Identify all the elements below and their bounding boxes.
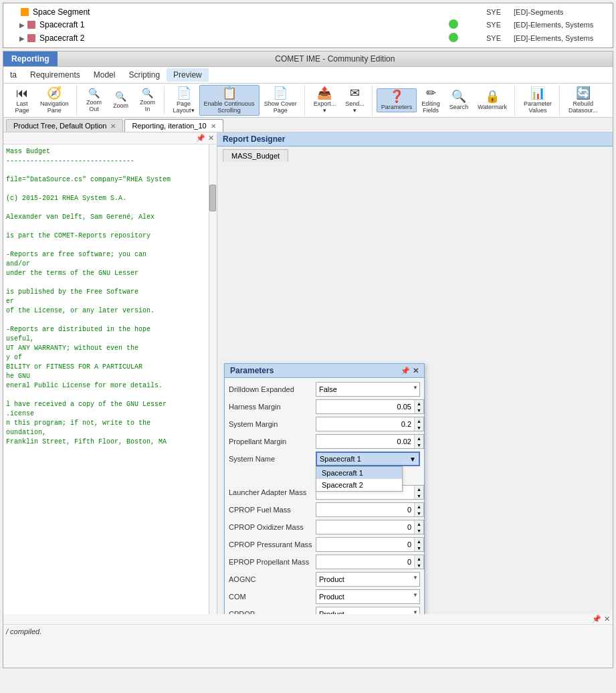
cprop-pressurant-spin-down[interactable]: ▼ (415, 544, 423, 551)
propellant-margin-input[interactable] (316, 437, 414, 446)
parameters-dialog: Parameters 📌 ✕ Drilldown Expanded False … (224, 363, 425, 614)
content-line: -Reports are distributed in the hope (6, 325, 206, 334)
zoom-in-button[interactable]: 🔍 ZoomIn (134, 86, 161, 114)
system-name-dropdown: Spacecraft 1 Spacecraft 2 (316, 466, 403, 492)
report-designer-header: Report Designer (217, 132, 613, 146)
tab-reporting[interactable]: Reporting, iteration_10 ✕ (124, 119, 223, 132)
aognc-select[interactable]: Product (316, 572, 420, 587)
export-button[interactable]: 📤 Export...▾ (309, 85, 341, 116)
menu-item-model[interactable]: Model (87, 68, 122, 82)
search-button[interactable]: 🔍 Search (445, 88, 474, 112)
cprop-fuel-mass-input[interactable] (316, 505, 414, 514)
show-cover-icon: 📄 (273, 87, 288, 99)
zoom-button[interactable]: 🔍 Zoom (108, 90, 134, 111)
zoom-icon: 🔍 (115, 92, 126, 101)
bottom-close-icon[interactable]: ✕ (604, 615, 610, 623)
harness-spin-down[interactable]: ▼ (415, 407, 423, 413)
last-page-button[interactable]: ⏮ LastPage (9, 85, 35, 116)
parameter-values-button[interactable]: 📊 ParameterValues (519, 85, 556, 116)
dropdown-item-spacecraft2[interactable]: Spacecraft 2 (316, 479, 402, 491)
pin-icon[interactable]: 📌 (196, 134, 205, 142)
cprop-pressurant-mass-input[interactable] (316, 540, 414, 549)
tab-bar: Product Tree, Default Option ✕ Reporting… (3, 118, 613, 132)
system-margin-input[interactable] (316, 419, 414, 429)
parameters-icon: ❓ (389, 90, 404, 102)
com-select[interactable]: Product (316, 589, 420, 604)
menu-item-ta[interactable]: ta (3, 68, 23, 82)
rebuild-datasource-button[interactable]: 🔄 RebuildDatasour... (564, 85, 603, 116)
last-page-icon: ⏮ (16, 87, 28, 99)
system-margin-spin-up[interactable]: ▲ (415, 417, 423, 424)
eprop-propellant-mass-input[interactable] (316, 557, 414, 567)
tree-row[interactable]: ▶ Spacecraft 1 SYE [ED]-Elements, System… (9, 18, 607, 31)
menu-item-scripting[interactable]: Scripting (122, 68, 167, 82)
cprop-oxidizer-spin-up[interactable]: ▲ (415, 520, 423, 527)
cprop-fuel-spin-up[interactable]: ▲ (415, 503, 423, 510)
show-cover-page-button[interactable]: 📄 Show CoverPage (260, 85, 302, 116)
spacecraft-icon (26, 20, 37, 29)
content-line: Alexander van Delft, Sam Gerené, Alex (6, 213, 206, 222)
eprop-spin: ▲ ▼ (316, 555, 424, 569)
menu-item-requirements[interactable]: Requirements (23, 68, 87, 82)
params-pin-icon[interactable]: 📌 (401, 367, 410, 375)
params-close-icon[interactable]: ✕ (413, 367, 419, 375)
tab-product-tree[interactable]: Product Tree, Default Option ✕ (6, 119, 123, 132)
eprop-spin-up[interactable]: ▲ (415, 555, 423, 562)
toolbar-group-zoom: 🔍 ZoomOut 🔍 Zoom 🔍 ZoomIn (78, 86, 165, 114)
bottom-pin-icon[interactable]: 📌 (592, 615, 601, 623)
params-dialog-header: Parameters 📌 ✕ (225, 364, 424, 378)
launcher-spin-up[interactable]: ▲ (415, 486, 423, 492)
navigation-pane-button[interactable]: 🧭 NavigationPane (35, 85, 74, 116)
tree-row[interactable]: Space Segment SYE [ED]-Segments (9, 6, 607, 18)
propellant-margin-spin-down[interactable]: ▼ (415, 441, 423, 448)
zoom-out-button[interactable]: 🔍 ZoomOut (81, 86, 108, 114)
content-line: under the terms of the GNU Lesser (6, 269, 206, 278)
editing-fields-button[interactable]: ✏ EditingFields (417, 85, 445, 116)
eprop-spin-down[interactable]: ▼ (415, 562, 423, 569)
harness-spin: ▲ ▼ (316, 399, 424, 414)
bottom-area: 📌 ✕ / compiled. (3, 614, 613, 668)
propellant-margin-spin-up[interactable]: ▲ (415, 435, 423, 441)
launcher-spin-down[interactable]: ▼ (415, 492, 423, 499)
enable-continuous-scrolling-button[interactable]: 📋 Enable ContinuousScrolling (199, 85, 260, 116)
scrollbar-vertical[interactable] (209, 144, 217, 614)
tab-close-icon[interactable]: ✕ (211, 122, 216, 130)
system-margin-spin-down[interactable]: ▼ (415, 424, 423, 431)
content-line: l have received a copy of the GNU Lesser (6, 400, 206, 409)
continuous-scrolling-icon: 📋 (222, 87, 237, 99)
navigation-pane-icon: 🧭 (47, 87, 62, 99)
system-name-dropdown-icon: ▼ (407, 456, 419, 463)
harness-spin-up[interactable]: ▲ (415, 400, 423, 407)
content-line: -Reports are free software; you can (6, 250, 206, 260)
harness-margin-input[interactable] (316, 402, 414, 411)
content-line: and/or (6, 260, 206, 269)
system-name-display[interactable]: Spacecraft 1 ▼ (316, 452, 420, 466)
tree-arrow-icon: ▶ (19, 21, 25, 29)
watermark-button[interactable]: 🔒 Watermark (473, 88, 512, 112)
mass-budget-tab[interactable]: MASS_Budget (223, 149, 288, 162)
propellant-margin-spin: ▲ ▼ (316, 434, 424, 449)
drilldown-select[interactable]: False True (316, 382, 420, 397)
dropdown-item-spacecraft1[interactable]: Spacecraft 1 (316, 467, 402, 479)
cprop-fuel-spin-down[interactable]: ▼ (415, 510, 423, 516)
content-line (6, 222, 206, 231)
tab-close-icon[interactable]: ✕ (110, 122, 116, 130)
cprop-pressurant-spin-up[interactable]: ▲ (415, 538, 423, 544)
content-line (6, 316, 206, 325)
scrollbar-thumb[interactable] (209, 185, 216, 211)
cprop-oxidizer-spin-down[interactable]: ▼ (415, 527, 423, 534)
tree-row[interactable]: ▶ Spacecraft 2 SYE [ED]-Elements, System… (9, 31, 607, 45)
title-left: Reporting (3, 52, 58, 66)
menu-item-preview[interactable]: Preview (167, 68, 209, 82)
cprop-oxidizer-mass-input[interactable] (316, 522, 414, 532)
content-line (6, 166, 206, 175)
page-layout-button[interactable]: 📄 PageLayout▾ (169, 85, 199, 116)
param-row-propellant-margin: Propellant Margin ▲ ▼ (229, 434, 420, 449)
parameters-button[interactable]: ❓ Parameters (377, 88, 417, 112)
content-line: Mass Budget (6, 147, 206, 157)
panel-content-wrapper: Mass Budget ----------------------------… (3, 144, 217, 614)
send-button[interactable]: ✉ Send...▾ (340, 85, 369, 116)
cprop-select[interactable]: Product (316, 607, 420, 614)
close-icon[interactable]: ✕ (208, 134, 214, 142)
param-label-com: COM (229, 593, 316, 601)
